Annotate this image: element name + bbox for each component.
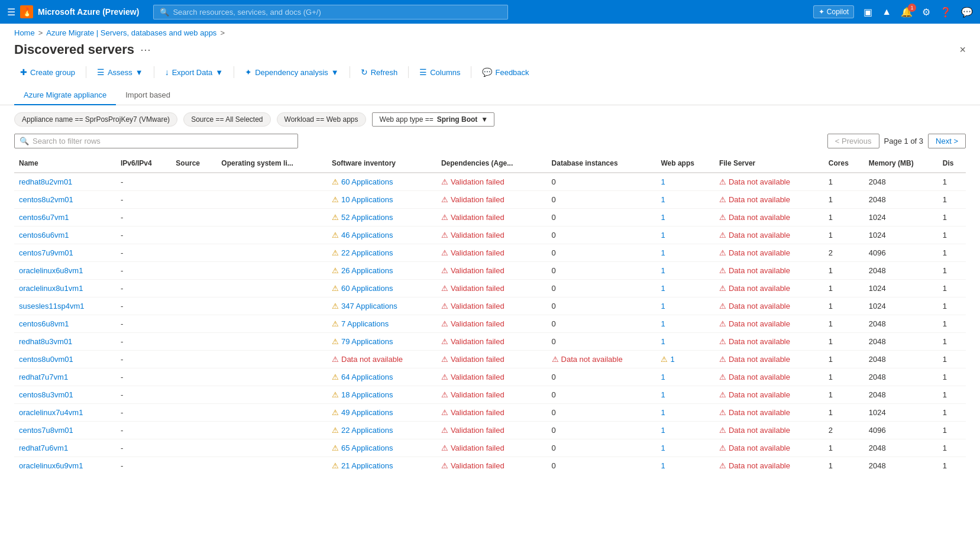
filters-row: Appliance name == SprPosProjKey7 (VMware… (0, 105, 980, 134)
dep-error-icon: ⚠ (441, 231, 448, 240)
server-name-link[interactable]: oraclelinux6u9vm1 (19, 461, 83, 470)
create-group-button[interactable]: ✚ Create group (14, 64, 81, 80)
server-name-link[interactable]: redhat8u2vm01 (19, 177, 72, 186)
server-name-link[interactable]: redhat7u7vm1 (19, 373, 68, 381)
previous-page-button[interactable]: < Previous (827, 134, 879, 148)
table-search-input[interactable] (33, 137, 293, 145)
global-search-input[interactable] (173, 8, 502, 17)
software-link[interactable]: 18 Applications (341, 390, 393, 399)
software-link[interactable]: 52 Applications (341, 213, 393, 222)
cell-source (171, 191, 216, 209)
software-warn: ⚠60 Applications (332, 177, 432, 186)
cell-source (171, 244, 216, 262)
global-search-bar[interactable]: 🔍 (153, 5, 508, 20)
hamburger-icon[interactable]: ☰ (7, 7, 15, 18)
webapp-link[interactable]: 1 (661, 231, 665, 240)
breadcrumb-home[interactable]: Home (14, 28, 35, 37)
assess-button[interactable]: ☰ Assess ▼ (91, 64, 149, 80)
cell-dis: 1 (938, 351, 966, 368)
more-options-icon[interactable]: ⋯ (140, 43, 151, 56)
export-data-button[interactable]: ↓ Export Data ▼ (159, 64, 229, 80)
tab-import-based[interactable]: Import based (116, 86, 180, 105)
feedback-button[interactable]: 💬 Feedback (476, 64, 535, 80)
server-name-link[interactable]: centos8u0vm01 (19, 355, 73, 364)
software-link[interactable]: 7 Applications (341, 319, 389, 328)
cell-ipv6: - (116, 209, 171, 226)
cell-memory: 1024 (864, 404, 938, 422)
server-name-link[interactable]: redhat7u6vm1 (19, 444, 68, 452)
webapp-warn-icon: ⚠ (661, 355, 668, 364)
server-name-link[interactable]: centos8u3vm01 (19, 390, 73, 399)
webapp-link[interactable]: 1 (661, 373, 665, 381)
cell-software: ⚠60 Applications (327, 280, 436, 297)
software-link[interactable]: 26 Applications (341, 266, 393, 275)
cell-dependencies: ⚠ Validation failed (436, 333, 547, 351)
software-link[interactable]: 21 Applications (341, 461, 393, 470)
software-link[interactable]: 10 Applications (341, 195, 393, 204)
software-link[interactable]: 60 Applications (341, 284, 393, 293)
webapp-link[interactable]: 1 (661, 302, 665, 310)
help-icon[interactable]: ❓ (940, 7, 952, 18)
dependency-analysis-button[interactable]: ✦ Dependency analysis ▼ (239, 64, 344, 80)
webapp-link[interactable]: 1 (670, 355, 674, 364)
page-info: Page 1 of 3 (884, 137, 924, 145)
software-link[interactable]: 22 Applications (341, 248, 393, 257)
webapp-link[interactable]: 1 (661, 337, 665, 346)
server-name-link[interactable]: centos7u9vm01 (19, 248, 73, 257)
breadcrumb-parent[interactable]: Azure Migrate | Servers, databases and w… (46, 28, 216, 37)
cell-source (171, 457, 216, 470)
fs-error-icon: ⚠ (719, 231, 726, 240)
webapp-link[interactable]: 1 (661, 213, 665, 222)
webapp-link[interactable]: 1 (661, 319, 665, 328)
server-name-link[interactable]: centos6u7vm1 (19, 213, 69, 222)
server-name-link[interactable]: oraclelinux8u1vm1 (19, 284, 83, 293)
copilot-button[interactable]: ✦ Copilot (813, 5, 854, 18)
cell-fileserver: ⚠ Data not available (714, 173, 824, 191)
cell-dis: 1 (938, 333, 966, 351)
refresh-button[interactable]: ↻ Refresh (355, 64, 404, 80)
webapp-link[interactable]: 1 (661, 284, 665, 293)
server-name-link[interactable]: susesles11sp4vm1 (19, 302, 85, 310)
columns-button[interactable]: ☰ Columns (413, 64, 466, 80)
webapp-link[interactable]: 1 (661, 444, 665, 452)
server-name-link[interactable]: oraclelinux7u4vm1 (19, 408, 83, 417)
cell-os (216, 439, 327, 457)
server-name-link[interactable]: centos6u6vm1 (19, 231, 69, 240)
server-name-link[interactable]: oraclelinux6u8vm1 (19, 266, 83, 275)
server-name-link[interactable]: centos8u2vm01 (19, 195, 73, 204)
software-link[interactable]: 347 Applications (341, 302, 397, 310)
software-link[interactable]: 46 Applications (341, 231, 393, 240)
webapp-link[interactable]: 1 (661, 195, 665, 204)
webapp-link[interactable]: 1 (661, 461, 665, 470)
filter-webapp-type[interactable]: Web app type == Spring Boot ▼ (372, 112, 495, 127)
feedback-icon[interactable]: 💬 (961, 7, 973, 18)
settings-icon[interactable]: ⚙ (922, 7, 930, 18)
server-name-link[interactable]: centos6u8vm1 (19, 319, 69, 328)
table-search-box[interactable]: 🔍 (14, 134, 298, 148)
webapp-link[interactable]: 1 (661, 426, 665, 435)
webapp-link[interactable]: 1 (661, 177, 665, 186)
breadcrumb-sep-1: > (38, 28, 43, 37)
cell-db: 0 (547, 280, 656, 297)
cloud-shell-icon[interactable]: ▲ (882, 7, 891, 17)
webapp-link[interactable]: 1 (661, 248, 665, 257)
next-page-button[interactable]: Next > (928, 134, 966, 148)
software-link[interactable]: 49 Applications (341, 408, 393, 417)
server-name-link[interactable]: centos7u8vm01 (19, 426, 73, 435)
software-link[interactable]: 22 Applications (341, 426, 393, 435)
tab-azure-migrate-appliance[interactable]: Azure Migrate appliance (14, 86, 116, 105)
software-link[interactable]: 65 Applications (341, 444, 393, 452)
server-name-link[interactable]: redhat8u3vm01 (19, 337, 72, 346)
cell-webapps: 1 (656, 173, 714, 191)
portal-icon[interactable]: ▣ (863, 7, 872, 18)
notifications-icon[interactable]: 🔔 1 (901, 7, 913, 18)
close-button[interactable]: × (959, 44, 966, 56)
webapp-link[interactable]: 1 (661, 266, 665, 275)
dep-error-icon: ⚠ (441, 284, 448, 293)
webapp-link[interactable]: 1 (661, 408, 665, 417)
software-link[interactable]: 60 Applications (341, 177, 393, 186)
software-link[interactable]: 64 Applications (341, 373, 393, 381)
software-link[interactable]: 79 Applications (341, 337, 393, 346)
cell-webapps: ⚠ 1 (656, 351, 714, 368)
webapp-link[interactable]: 1 (661, 390, 665, 399)
